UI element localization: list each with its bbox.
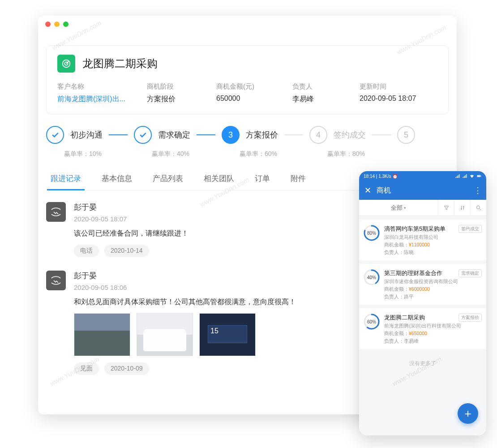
meta-label: 商机阶段 — [147, 82, 216, 91]
stage-step[interactable]: 初步沟通赢单率：10% — [46, 126, 134, 158]
signal-icon — [462, 173, 467, 179]
thumbnail[interactable] — [74, 313, 130, 356]
filter-icon[interactable] — [438, 200, 454, 216]
svg-rect-4 — [477, 176, 480, 177]
wifi-icon — [469, 173, 475, 179]
opportunity-header-card: 龙图腾二期采购 客户名称前海龙图腾(深圳)出... 商机阶段方案报价 商机金额(… — [46, 45, 449, 114]
item-owner: 负责人：陈晓 — [384, 250, 482, 256]
status-time: 18:14 | 1.3K/s ⏰ — [364, 174, 398, 179]
progress-ring: 40% — [364, 269, 380, 285]
stage-badge: 签约成交 — [458, 225, 482, 233]
meta-value: 2020-09-05 18:07 — [360, 95, 437, 103]
stage-badge: 方案报价 — [458, 314, 482, 322]
meta-label: 商机金额(元) — [216, 82, 292, 91]
stage-step[interactable]: 4签约成交赢单率：80% — [309, 126, 397, 158]
tab-0[interactable]: 跟进记录 — [50, 173, 82, 190]
status-icons — [455, 173, 482, 179]
mobile-list-item[interactable]: 40% 第三期的理财基金合作需求确定 深圳市迷你金服投资咨询有限公司 商机金额：… — [359, 264, 486, 305]
meta-value: 李易峰 — [292, 95, 360, 104]
opportunity-logo-icon — [57, 55, 75, 73]
progress-ring: 80% — [364, 225, 380, 241]
avatar — [46, 202, 66, 222]
maximize-icon[interactable] — [63, 22, 69, 27]
stage-winrate: 赢单率：40% — [152, 150, 189, 158]
window-titlebar — [38, 16, 457, 33]
avatar — [46, 271, 66, 290]
stage-circle: 3 — [222, 126, 240, 144]
chip[interactable]: 见面 — [74, 362, 99, 375]
stage-name: 需求确定 — [158, 129, 190, 140]
item-company: 前海龙图腾(深圳)出行科技有限公司 — [384, 323, 482, 329]
chip[interactable]: 2020-10-09 — [104, 362, 149, 375]
meta-label: 客户名称 — [57, 82, 147, 91]
stage-circle — [134, 126, 152, 144]
filter-all-button[interactable]: 全部▾ — [359, 204, 438, 212]
mobile-list-footer: 没有更多了 — [359, 353, 486, 375]
tab-2[interactable]: 产品列表 — [152, 173, 184, 190]
mobile-filterbar: 全部▾ — [359, 200, 486, 216]
svg-rect-3 — [481, 176, 481, 177]
stage-circle — [46, 126, 64, 144]
stage-circle: 4 — [309, 126, 327, 144]
item-owner: 负责人：李易峰 — [384, 338, 482, 345]
battery-icon — [476, 173, 482, 179]
add-button[interactable]: + — [458, 403, 478, 424]
stage-winrate: 赢单率：60% — [240, 150, 277, 158]
chip[interactable]: 电话 — [74, 245, 99, 257]
item-owner: 负责人：路平 — [384, 294, 482, 300]
minimize-icon[interactable] — [54, 22, 60, 27]
mobile-list-item[interactable]: 80% 滴答网约车第5期采购单签约成交 深圳白龙马科技有限公司 商机金额：¥11… — [359, 220, 486, 260]
mobile-list: 80% 滴答网约车第5期采购单签约成交 深圳白龙马科技有限公司 商机金额：¥11… — [359, 216, 486, 349]
close-icon[interactable] — [45, 22, 51, 27]
meta-value: 方案报价 — [147, 95, 216, 104]
chip[interactable]: 2020-10-14 — [104, 245, 149, 257]
more-icon[interactable]: ⋮ — [474, 185, 481, 195]
tab-4[interactable]: 订单 — [254, 173, 271, 190]
tab-3[interactable]: 相关团队 — [203, 173, 235, 190]
stage-circle: 5 — [397, 126, 415, 144]
check-icon — [138, 130, 147, 139]
stage-name: 方案报价 — [246, 129, 278, 140]
thumbnail[interactable]: 15 — [199, 313, 256, 356]
svg-point-5 — [476, 206, 480, 209]
close-icon[interactable]: ✕ — [364, 185, 371, 195]
meta-label: 负责人 — [292, 82, 360, 91]
signal-icon — [455, 173, 460, 179]
search-icon[interactable] — [470, 200, 486, 216]
item-title: 第三期的理财基金合作 — [384, 269, 442, 277]
tab-1[interactable]: 基本信息 — [101, 173, 133, 190]
stage-step[interactable]: 5 — [397, 126, 415, 144]
sort-icon[interactable] — [454, 200, 470, 216]
mobile-header: ✕ 商机 ⋮ — [359, 181, 486, 200]
check-icon — [51, 130, 60, 139]
item-company: 深圳白龙马科技有限公司 — [384, 234, 482, 241]
stage-winrate: 赢单率：80% — [327, 150, 365, 158]
progress-ring: 60% — [364, 314, 380, 330]
meta-row: 客户名称前海龙图腾(深圳)出... 商机阶段方案报价 商机金额(元)650000… — [57, 82, 437, 104]
item-amount: 商机金额：¥6000000 — [384, 286, 482, 293]
stage-name: 初步沟通 — [70, 129, 103, 140]
mobile-list-item[interactable]: 60% 龙图腾二期采购方案报价 前海龙图腾(深圳)出行科技有限公司 商机金额：¥… — [359, 308, 486, 349]
tab-5[interactable]: 附件 — [290, 173, 307, 190]
stage-name: 签约成交 — [334, 129, 366, 140]
mobile-title: 商机 — [377, 186, 468, 195]
stage-pipeline: 初步沟通赢单率：10%需求确定赢单率：40%3方案报价赢单率：60%4签约成交赢… — [38, 126, 457, 158]
stage-step[interactable]: 需求确定赢单率：40% — [134, 126, 222, 158]
item-title: 龙图腾二期采购 — [384, 314, 425, 322]
item-amount: 商机金额：¥1100000 — [384, 242, 482, 248]
stage-step[interactable]: 3方案报价赢单率：60% — [222, 126, 309, 158]
progress-pct: 40% — [364, 269, 380, 285]
meta-value: 650000 — [216, 95, 292, 103]
progress-pct: 60% — [364, 314, 380, 330]
chevron-down-icon: ▾ — [404, 206, 406, 210]
stage-winrate: 赢单率：10% — [64, 150, 102, 158]
stage-badge: 需求确定 — [458, 269, 482, 277]
mobile-preview: 18:14 | 1.3K/s ⏰ ✕ 商机 ⋮ 全部▾ 80% 滴答网约车第5期… — [359, 171, 486, 435]
meta-label: 更新时间 — [360, 82, 437, 91]
progress-pct: 80% — [364, 225, 380, 241]
customer-link[interactable]: 前海龙图腾(深圳)出... — [57, 95, 147, 104]
item-company: 深圳市迷你金服投资咨询有限公司 — [384, 279, 482, 285]
mobile-statusbar: 18:14 | 1.3K/s ⏰ — [359, 171, 486, 181]
item-amount: 商机金额：¥650000 — [384, 331, 482, 337]
thumbnail[interactable] — [137, 313, 193, 356]
